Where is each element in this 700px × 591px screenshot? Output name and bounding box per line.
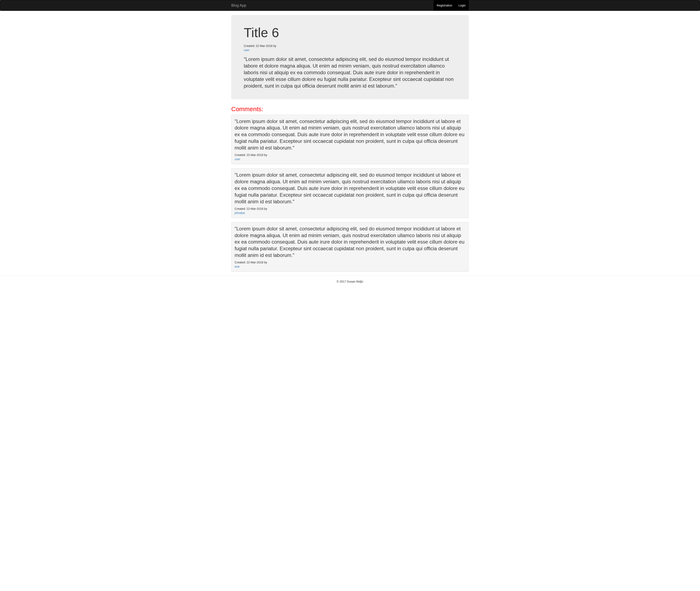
brand-link[interactable]: Blog App [231,0,249,11]
comment-meta: Created: 22-Mar-2018 by [235,261,465,264]
navbar-right: Registration Login [434,0,469,11]
post-author-link[interactable]: user [244,48,249,52]
comment-body: "Lorem ipsum dolor sit amet, consectetur… [235,225,465,259]
post-body: "Lorem ipsum dolor sit amet, consectetur… [244,56,456,89]
registration-link[interactable]: Registration [434,0,455,11]
comment-author-link[interactable]: ana [235,265,239,268]
footer: © 2017 Dusan Reljic [0,276,700,287]
comment-author-link[interactable]: johndoe [235,211,245,214]
main-container: Title 6 Created: 22-Mar-2018 by user "Lo… [228,15,472,271]
comment-meta: Created: 22-Mar-2018 by [235,153,465,156]
comments-heading: Comments: [231,106,469,113]
comment-meta: Created: 22-Mar-2018 by [235,207,465,210]
comment-panel: "Lorem ipsum dolor sit amet, consectetur… [231,115,469,164]
comment-body: "Lorem ipsum dolor sit amet, consectetur… [235,118,465,151]
login-link[interactable]: Login [455,0,469,11]
comment-panel: "Lorem ipsum dolor sit amet, consectetur… [231,168,469,218]
post-title: Title 6 [244,25,456,40]
post-jumbotron: Title 6 Created: 22-Mar-2018 by user "Lo… [231,15,469,99]
post-meta: Created: 22-Mar-2018 by [244,44,456,48]
footer-text: © 2017 Dusan Reljic [337,280,363,283]
comment-panel: "Lorem ipsum dolor sit amet, consectetur… [231,222,469,272]
comment-author-link[interactable]: user [235,157,240,161]
comment-body: "Lorem ipsum dolor sit amet, consectetur… [235,172,465,205]
navbar: Blog App Registration Login [0,0,700,11]
